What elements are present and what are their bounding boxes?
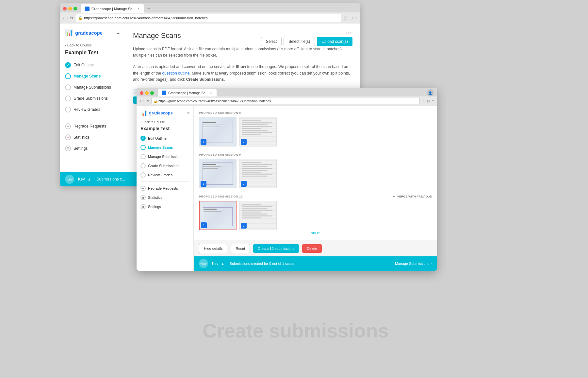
- page-thumb-9-1[interactable]: 1: [199, 159, 237, 188]
- back-nav-back[interactable]: ‹: [63, 15, 65, 21]
- nav-circle-review-front: [140, 172, 146, 178]
- refresh-front[interactable]: ↻: [146, 99, 149, 103]
- page-thumb-10-2[interactable]: 2: [239, 201, 277, 230]
- active-tab-front[interactable]: Gradescope | Manage Sc... ✕: [158, 89, 217, 96]
- tab-close-back[interactable]: ✕: [137, 7, 140, 10]
- minimize-button-front[interactable]: [145, 91, 149, 95]
- stats-icon-back: 📈: [65, 134, 71, 140]
- close-button-front[interactable]: [140, 91, 143, 95]
- refresh-back[interactable]: ↻: [70, 16, 73, 20]
- back-to-course-front[interactable]: ‹ Back to Course: [137, 119, 193, 125]
- nav-manage-scans-front[interactable]: Manage Scans: [137, 143, 193, 152]
- split-label-10[interactable]: SPLIT: [199, 232, 432, 235]
- nav-label-grade-front: Grade Submissions: [148, 164, 179, 168]
- extensions-front[interactable]: ⊡: [427, 99, 430, 103]
- bookmark-front[interactable]: ☆: [422, 99, 425, 103]
- question-outline-link[interactable]: question outline: [162, 71, 189, 76]
- nav-statistics-back[interactable]: 📈 Statistics: [60, 132, 125, 143]
- forward-nav-back: ›: [67, 15, 68, 21]
- settings-icon-back: ⚙: [65, 146, 71, 151]
- address-bar-front[interactable]: 🔒 https://gradescope.com/courses/2488/as…: [151, 98, 420, 104]
- sidebar-logo-back: 📊 gradescope ≡: [60, 29, 125, 42]
- url-front: https://gradescope.com/courses/2488/assi…: [158, 99, 271, 103]
- merge-with-prev-button[interactable]: ⇐ MERGE WITH PREVIOUS: [393, 195, 432, 198]
- hamburger-icon-back[interactable]: ≡: [117, 30, 120, 35]
- address-bar-back[interactable]: 🔒 https://gradescope.com/courses/2488/as…: [75, 14, 341, 22]
- delete-button[interactable]: Delete: [302, 244, 322, 253]
- page-badge-10-2: 2: [241, 223, 247, 229]
- nav-review-grades-back[interactable]: Review Grades: [60, 104, 125, 115]
- nav-regrade-front[interactable]: ↩ Regrade Requests: [137, 184, 193, 193]
- description-1-back: Upload scans in PDF format. A single fil…: [133, 46, 352, 59]
- lock-icon-front: 🔒: [154, 99, 157, 103]
- active-tab-back[interactable]: Gradescope | Manage Sc... ✕: [81, 4, 144, 13]
- reset-button[interactable]: Reset: [231, 244, 250, 253]
- hide-details-button[interactable]: Hide details: [199, 244, 227, 253]
- files-label-back: FILES: [261, 31, 352, 35]
- page-badge-8-2: 2: [241, 139, 247, 145]
- new-tab-front[interactable]: +: [217, 90, 225, 96]
- manage-submissions-label: Manage Submissions: [395, 262, 429, 266]
- maximize-button-front[interactable]: [150, 91, 154, 95]
- nav-label-settings-front: Settings: [148, 205, 161, 209]
- create-submissions-button[interactable]: Create 10 submissions: [253, 244, 299, 253]
- nav-grade-submissions-front[interactable]: Grade Submissions: [137, 161, 193, 170]
- page-badge-9-1: 1: [201, 181, 206, 187]
- tab-label-back: Gradescope | Manage Sc...: [91, 7, 135, 11]
- caret-up-back[interactable]: ▲: [88, 177, 91, 181]
- nav-manage-scans-back[interactable]: Manage Scans: [60, 71, 125, 82]
- back-to-course-back[interactable]: ‹ Back to Course: [60, 42, 125, 48]
- action-bar-front: Hide details Reset Create 10 submissions…: [194, 240, 437, 256]
- pages-row-8: 1: [199, 117, 432, 146]
- nav-settings-front[interactable]: @ Settings: [137, 202, 193, 211]
- minimize-button-back[interactable]: [68, 7, 72, 10]
- nav-edit-outline-front[interactable]: ✓ Edit Outline: [137, 134, 193, 143]
- nav-settings-back[interactable]: ⚙ Settings: [60, 143, 125, 154]
- settings-front[interactable]: ≡: [432, 99, 434, 103]
- drag-handle-10[interactable]: ⋮: [233, 201, 237, 230]
- merge-label: MERGE WITH PREVIOUS: [397, 195, 432, 198]
- nav-manage-submissions-front[interactable]: Manage Submissions: [137, 152, 193, 161]
- tab-bar-front: Gradescope | Manage Sc... ✕ + 👤: [137, 88, 437, 96]
- nav-circle-edit-back: ✓: [65, 62, 71, 68]
- settings-back[interactable]: ≡: [355, 16, 357, 20]
- page-thumb-10-1[interactable]: ✕ 🔍 1 ⋮: [199, 201, 237, 230]
- nav-review-grades-front[interactable]: Review Grades: [137, 170, 193, 180]
- extensions-back[interactable]: ⊡: [350, 16, 353, 20]
- new-tab-back[interactable]: +: [144, 6, 154, 12]
- page-thumb-8-1[interactable]: 1: [199, 117, 237, 146]
- nav-bar-front: ‹ › ↻ 🔒 https://gradescope.com/courses/2…: [137, 96, 437, 106]
- nav-separator-front: [140, 181, 189, 182]
- browser-chrome-front: Gradescope | Manage Sc... ✕ + 👤 ‹ › ↻ 🔒 …: [137, 88, 437, 106]
- caret-up-front[interactable]: ▲: [221, 262, 224, 266]
- logo-icon-back: 📊: [65, 29, 73, 37]
- nav-circle-scans-back: [65, 73, 71, 79]
- nav-grade-submissions-back[interactable]: Grade Submissions: [60, 93, 125, 104]
- url-back: https://gradescope.com/courses/2488/assi…: [84, 16, 208, 20]
- traffic-lights-back: [63, 7, 77, 10]
- select-button-back[interactable]: Select: [261, 37, 282, 46]
- upload-button-back[interactable]: Upload scan(s): [317, 37, 352, 46]
- nav-statistics-front[interactable]: @ Statistics: [137, 193, 193, 202]
- user-profile-front[interactable]: 👤: [427, 89, 434, 96]
- nav-edit-outline-back[interactable]: ✓ Edit Outline: [60, 60, 125, 71]
- page-badge-10-1: 1: [201, 222, 207, 228]
- close-button-back[interactable]: [63, 7, 67, 10]
- nav-label-edit-front: Edit Outline: [148, 136, 167, 140]
- proposed-submission-8: PROPOSED SUBMISSION 8 1: [199, 111, 432, 146]
- nav-circle-grade-back: [65, 95, 71, 101]
- nav-circle-review-back: [65, 107, 71, 112]
- nav-manage-submissions-back[interactable]: Manage Submissions: [60, 82, 125, 93]
- manage-submissions-link-front[interactable]: Manage Submissions ›: [395, 262, 432, 266]
- nav-regrade-back[interactable]: ↩ Regrade Requests: [60, 121, 125, 132]
- page-thumb-9-2[interactable]: 2: [239, 159, 277, 188]
- bookmark-back[interactable]: ☆: [343, 15, 348, 21]
- hamburger-icon-front[interactable]: ≡: [187, 111, 189, 115]
- tab-close-front[interactable]: ✕: [210, 91, 213, 95]
- back-nav-front[interactable]: ‹: [140, 99, 141, 103]
- maximize-button-back[interactable]: [74, 7, 77, 10]
- select-files-button-back[interactable]: Select file(s): [284, 37, 315, 46]
- main-content-front: PROPOSED SUBMISSION 8 1: [194, 106, 437, 271]
- page-thumb-8-2[interactable]: 2: [239, 117, 277, 146]
- submissions-status-back: Submissions c...: [97, 177, 125, 181]
